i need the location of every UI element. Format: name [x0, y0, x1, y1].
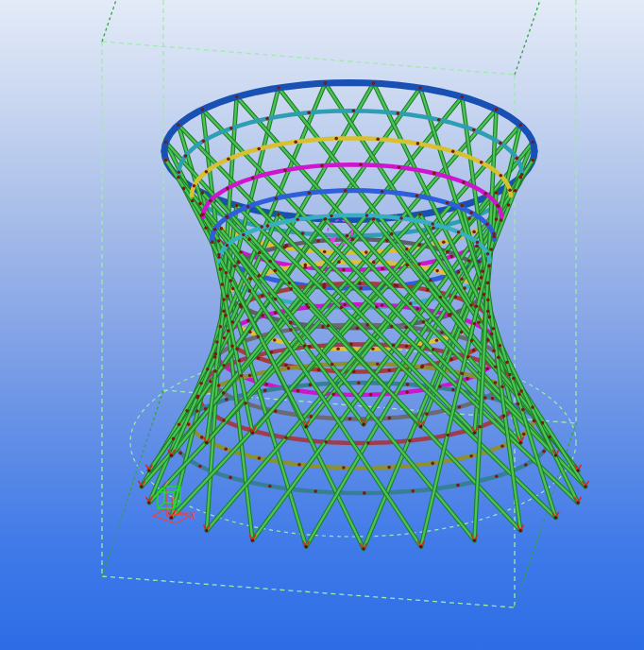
rotation-center-marker [321, 214, 359, 251]
diagonal-members [142, 83, 585, 549]
z-axis-label: Z [162, 479, 168, 489]
cube-edge [174, 487, 180, 492]
y-axis-label: Y [170, 495, 177, 505]
ring-back-teal [174, 438, 550, 493]
rotation-center-circle [328, 220, 352, 245]
axis-triad: Z Y X [144, 474, 200, 531]
y-axis-line [166, 505, 173, 516]
cube-edge [158, 503, 164, 508]
x-axis-label: X [189, 510, 196, 521]
3d-viewport-canvas[interactable] [0, 0, 644, 650]
3d-viewport[interactable]: Z Y X [0, 0, 644, 650]
xy-plane-icon [153, 508, 190, 523]
cube-icon [158, 487, 180, 508]
